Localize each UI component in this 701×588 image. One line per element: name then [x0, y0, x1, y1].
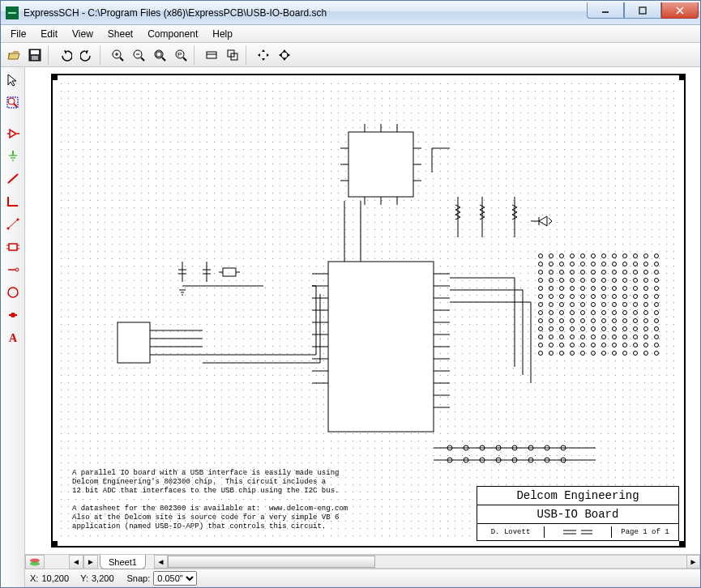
proto-pad [570, 294, 575, 299]
titleblock-rev [545, 526, 612, 538]
proto-pad [591, 351, 596, 356]
close-button[interactable] [661, 2, 699, 19]
proto-pad [622, 254, 627, 258]
proto-pad [622, 310, 627, 315]
menu-help[interactable]: Help [206, 27, 239, 41]
proto-pad [643, 294, 648, 299]
proto-pad [643, 334, 648, 339]
menu-edit[interactable]: Edit [34, 27, 64, 41]
proto-pad [591, 278, 596, 283]
link-button[interactable] [223, 45, 242, 65]
save-button[interactable] [25, 45, 45, 65]
redo-button[interactable] [77, 45, 96, 65]
svg-line-33 [8, 219, 18, 228]
options-button[interactable] [202, 45, 221, 65]
circle-icon [6, 285, 20, 300]
minimize-button[interactable] [587, 2, 624, 19]
proto-pad [580, 270, 585, 275]
gate-tool[interactable] [3, 124, 23, 143]
select-tool[interactable] [3, 70, 23, 90]
proto-pad [643, 318, 648, 323]
proto-pad [622, 351, 627, 356]
schematic-canvas[interactable]: A parallel IO board with a USB interface… [25, 67, 700, 555]
gate-icon [6, 126, 20, 141]
proto-pad [612, 334, 617, 339]
pan-rot-button[interactable] [275, 45, 294, 65]
redo-icon [80, 49, 93, 62]
proto-pad [643, 343, 648, 347]
zoom-in-button[interactable] [108, 45, 127, 65]
rev-lines-icon [562, 528, 594, 536]
snap-select[interactable]: 0.050" [153, 571, 197, 586]
svg-line-32 [8, 174, 18, 183]
zoom-fit-icon [153, 49, 166, 62]
tab-prev-button[interactable]: ◄ [69, 555, 83, 569]
proto-pad [601, 318, 606, 323]
ground-tool[interactable] [3, 147, 23, 166]
proto-pad [538, 302, 543, 307]
text-tool[interactable]: A [3, 328, 23, 347]
proto-pad [549, 270, 554, 275]
net-icon [6, 308, 20, 322]
proto-pad [612, 302, 617, 307]
proto-pad [612, 310, 617, 315]
proto-pad [570, 286, 575, 291]
proto-pad [559, 270, 564, 275]
scroll-track[interactable] [168, 555, 686, 569]
maximize-button[interactable] [624, 2, 661, 19]
scroll-left-button[interactable]: ◄ [154, 555, 168, 569]
proto-pad [538, 294, 543, 299]
menu-component[interactable]: Component [141, 27, 204, 41]
line-tool[interactable] [3, 215, 23, 234]
sheet-tab-nav: ◄ ► [69, 555, 98, 569]
net-tool[interactable] [3, 305, 23, 325]
scroll-right-button[interactable]: ► [686, 555, 700, 569]
menu-view[interactable]: View [66, 27, 100, 41]
zoom-area-tool[interactable] [3, 93, 23, 113]
status-snap: Snap: 0.050" [127, 571, 198, 586]
proto-pad [612, 286, 617, 291]
component-tool[interactable] [3, 237, 23, 257]
zoom-fit-button[interactable] [150, 45, 169, 65]
proto-pad [559, 286, 564, 291]
proto-pad [538, 326, 543, 331]
layers-icon [29, 557, 41, 567]
proto-pad [622, 334, 627, 339]
sheet-tab[interactable]: Sheet1 [100, 555, 146, 569]
scroll-thumb[interactable] [168, 556, 375, 568]
proto-pad [538, 262, 543, 266]
toolbar-separator [246, 45, 250, 65]
tab-next-button[interactable]: ► [83, 555, 98, 569]
proto-pad [643, 286, 648, 291]
window-title: ExpressSCH - C:\Program Files (x86)\Expr… [24, 7, 587, 19]
proto-pad [591, 334, 596, 339]
x-value: 10,200 [41, 573, 69, 583]
line-icon [6, 217, 20, 232]
proto-pad [559, 326, 564, 331]
zoom-prev-button[interactable]: P [171, 45, 190, 65]
svg-rect-36 [9, 244, 17, 250]
link-icon [226, 49, 239, 62]
pan-button[interactable] [254, 45, 273, 65]
select-icon [6, 73, 20, 87]
proto-pad [580, 343, 585, 347]
wire-tool[interactable] [3, 169, 23, 189]
open-button[interactable] [4, 45, 24, 65]
circle-tool[interactable] [3, 283, 23, 302]
svg-line-8 [120, 58, 123, 61]
corner-tool[interactable] [3, 192, 23, 211]
toolbar-separator [48, 45, 53, 65]
proto-pad [643, 254, 648, 258]
proto-pad [622, 343, 627, 347]
zoom-out-button[interactable] [129, 45, 148, 65]
proto-pad [549, 302, 554, 307]
layers-button[interactable] [25, 555, 45, 569]
proto-pad [622, 262, 627, 266]
menu-sheet[interactable]: Sheet [101, 27, 139, 41]
proto-pad [633, 318, 638, 323]
pin-tool[interactable] [3, 260, 23, 279]
horizontal-scrollbar[interactable]: ◄ ► [154, 555, 700, 569]
undo-button[interactable] [56, 45, 75, 65]
undo-icon [59, 49, 72, 62]
menu-file[interactable]: File [4, 27, 32, 41]
